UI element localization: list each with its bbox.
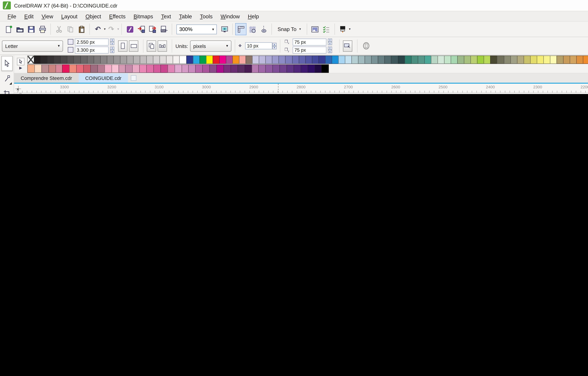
page-height-field[interactable]: 3.300 px <box>75 46 109 53</box>
page-preset-combo[interactable]: Letter▾ <box>2 40 63 52</box>
color-swatch[interactable] <box>431 55 438 64</box>
color-swatch[interactable] <box>90 64 98 73</box>
duplicate-y-spinner[interactable]: ▾▴ <box>328 47 332 53</box>
menu-bitmaps[interactable]: Bitmaps <box>130 12 157 21</box>
color-swatch[interactable] <box>174 64 182 73</box>
menu-layout[interactable]: Layout <box>57 12 81 21</box>
color-swatch[interactable] <box>556 55 564 64</box>
menu-edit[interactable]: Edit <box>21 12 37 21</box>
color-swatch[interactable] <box>563 55 570 64</box>
color-swatch[interactable] <box>251 64 259 73</box>
palette-flyout-arrow-icon[interactable]: ▶ <box>19 66 22 70</box>
menu-text[interactable]: Text <box>157 12 175 21</box>
color-swatch[interactable] <box>193 55 200 64</box>
application-launcher-button[interactable] <box>337 23 348 35</box>
color-swatch[interactable] <box>424 55 431 64</box>
redo-button[interactable]: ↷ <box>106 23 117 35</box>
save-button[interactable] <box>25 23 37 35</box>
color-swatch[interactable] <box>351 55 358 64</box>
color-swatch[interactable] <box>160 55 167 64</box>
color-swatch[interactable] <box>219 55 226 64</box>
search-content-button[interactable] <box>124 23 136 35</box>
import-button[interactable] <box>136 23 147 35</box>
export-button[interactable] <box>147 23 158 35</box>
color-swatch[interactable] <box>202 64 210 73</box>
color-swatch[interactable] <box>570 55 577 64</box>
color-swatch[interactable] <box>484 55 491 64</box>
color-swatch[interactable] <box>550 55 557 64</box>
shape-tool[interactable] <box>1 71 12 86</box>
color-swatch[interactable] <box>321 64 329 73</box>
color-swatch[interactable] <box>365 55 372 64</box>
color-swatch[interactable] <box>279 55 286 64</box>
color-swatch[interactable] <box>266 55 272 64</box>
color-swatch[interactable] <box>83 64 91 73</box>
color-swatch[interactable] <box>292 55 299 64</box>
color-swatch[interactable] <box>258 64 266 73</box>
color-swatch[interactable] <box>576 55 583 64</box>
menu-object[interactable]: Object <box>82 12 105 21</box>
color-swatch[interactable] <box>181 64 189 73</box>
menu-table[interactable]: Table <box>175 12 196 21</box>
drawing-canvas[interactable]: pixels 800700600500400 <box>14 93 588 94</box>
color-swatch[interactable] <box>517 55 524 64</box>
color-swatch[interactable] <box>470 55 478 64</box>
color-swatch[interactable] <box>186 55 193 64</box>
color-swatch[interactable] <box>111 64 119 73</box>
color-swatch[interactable] <box>299 55 306 64</box>
color-swatch[interactable] <box>252 55 259 64</box>
fullscreen-preview-button[interactable] <box>219 23 230 35</box>
color-swatch[interactable] <box>226 55 233 64</box>
menu-view[interactable]: View <box>38 12 57 21</box>
new-document-button[interactable] <box>3 23 14 35</box>
copy-button[interactable] <box>64 23 76 35</box>
color-swatch[interactable] <box>41 55 48 64</box>
color-swatch[interactable] <box>358 55 365 64</box>
color-swatch[interactable] <box>34 55 41 64</box>
treat-as-filled-button[interactable] <box>343 40 352 52</box>
color-swatch[interactable] <box>139 64 147 73</box>
color-swatch[interactable] <box>69 64 77 73</box>
color-swatch[interactable] <box>213 55 220 64</box>
duplicate-y-field[interactable]: 75 px <box>292 46 326 53</box>
color-swatch[interactable] <box>104 64 112 73</box>
color-swatch[interactable] <box>118 64 126 73</box>
task-checklist-button[interactable] <box>321 23 332 35</box>
color-swatch[interactable] <box>246 55 253 64</box>
units-combo[interactable]: pixels▾ <box>190 40 231 52</box>
wireframe-toggle-button[interactable] <box>361 40 372 52</box>
color-swatch[interactable] <box>107 55 114 64</box>
page-width-field[interactable]: 2.550 px <box>75 38 109 45</box>
current-page-button[interactable] <box>158 40 167 52</box>
color-swatch[interactable] <box>378 55 385 64</box>
color-swatch[interactable] <box>312 55 319 64</box>
menu-effects[interactable]: Effects <box>105 12 129 21</box>
color-swatch[interactable] <box>127 55 134 64</box>
menu-file[interactable]: File <box>4 12 20 21</box>
color-swatch[interactable] <box>497 55 504 64</box>
color-swatch[interactable] <box>195 64 203 73</box>
cut-button[interactable] <box>53 23 64 35</box>
color-swatch[interactable] <box>543 55 550 64</box>
color-swatch[interactable] <box>438 55 445 64</box>
color-swatch[interactable] <box>308 64 315 73</box>
color-swatch[interactable] <box>173 55 180 64</box>
color-swatch[interactable] <box>332 55 339 64</box>
color-swatch[interactable] <box>477 55 484 64</box>
palette-pick-icon[interactable] <box>17 58 24 65</box>
crop-tool[interactable] <box>1 86 12 94</box>
color-swatch[interactable] <box>490 55 497 64</box>
duplicate-x-spinner[interactable]: ▾▴ <box>328 39 332 45</box>
color-swatch[interactable] <box>87 55 94 64</box>
color-swatch[interactable] <box>239 55 246 64</box>
color-swatch[interactable] <box>530 55 537 64</box>
show-rulers-button[interactable] <box>235 23 246 35</box>
color-swatch[interactable] <box>94 55 101 64</box>
portrait-button[interactable] <box>118 40 128 52</box>
color-swatch[interactable] <box>244 64 252 73</box>
color-swatch[interactable] <box>305 55 312 64</box>
color-swatch[interactable] <box>34 64 42 73</box>
color-swatch[interactable] <box>391 55 398 64</box>
color-swatch[interactable] <box>62 64 70 73</box>
color-swatch[interactable] <box>300 64 308 73</box>
